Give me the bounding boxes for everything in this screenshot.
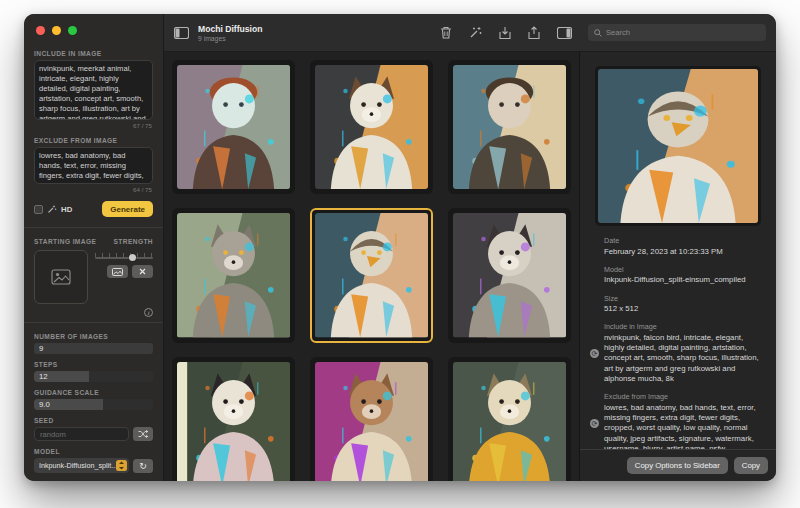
strength-slider-thumb[interactable]	[129, 254, 136, 261]
guidance-scale-value: 9.0	[39, 400, 50, 409]
sidebar-divider	[24, 322, 163, 323]
number-of-images-label: NUMBER OF IMAGES	[34, 333, 153, 340]
include-info-value: nvinkpunk, falcon bird, intricate, elega…	[604, 333, 764, 384]
starting-image-dropzone[interactable]	[34, 250, 88, 304]
reload-models-button[interactable]: ↻	[133, 459, 153, 473]
date-label: Date	[604, 236, 764, 245]
seed-label: SEED	[34, 417, 153, 424]
artwork	[177, 213, 290, 337]
wand-icon	[47, 204, 57, 214]
strength-slider[interactable]	[95, 252, 153, 260]
include-in-image-label: INCLUDE IN IMAGE	[34, 50, 153, 57]
inspector-toggle-icon[interactable]	[557, 27, 572, 39]
gallery-image-dog-portrait[interactable]	[310, 60, 433, 194]
gallery-image-woman-portrait[interactable]	[172, 60, 295, 194]
close-icon	[139, 268, 146, 275]
strength-label: STRENGTH	[114, 238, 153, 245]
inspector-footer: Copy Options to Sidebar Copy	[580, 449, 776, 481]
model-dropdown-value: Inkpunk-Diffusion_split...	[39, 461, 116, 470]
preview-image[interactable]	[595, 66, 761, 226]
model-info-label: Model	[604, 265, 764, 274]
number-of-images-value: 9	[39, 344, 43, 353]
include-token-counter: 67 / 75	[35, 122, 152, 129]
model-label: MODEL	[34, 448, 153, 455]
minimize-window-button[interactable]	[52, 26, 61, 35]
copy-include-icon[interactable]: ⟳	[590, 349, 599, 358]
save-icon[interactable]	[499, 26, 511, 40]
main-area: Mochi Diffusion 9 images	[164, 14, 776, 481]
search-icon	[594, 29, 602, 37]
gallery-image-man-portrait[interactable]	[448, 60, 571, 194]
window-controls	[36, 26, 153, 35]
steps-label: STEPS	[34, 361, 153, 368]
choose-image-button[interactable]	[107, 265, 128, 278]
starting-image-label: STARTING IMAGE	[34, 238, 96, 245]
wand-icon[interactable]	[469, 26, 482, 39]
gallery-image-ferret-portrait[interactable]	[310, 357, 433, 481]
image-count: 9 images	[198, 35, 262, 42]
model-dropdown[interactable]: Inkpunk-Diffusion_split...	[34, 458, 129, 473]
gallery-image-cat-portrait[interactable]	[172, 208, 295, 342]
size-value: 512 x 512	[604, 304, 764, 314]
trash-icon[interactable]	[440, 26, 452, 39]
artwork	[177, 362, 290, 481]
photo-icon	[112, 268, 123, 276]
app-title: Mochi Diffusion	[198, 24, 262, 34]
include-info-label: Include in Image	[604, 322, 764, 331]
guidance-scale-label: GUIDANCE SCALE	[34, 389, 153, 396]
steps-input[interactable]: 12	[34, 371, 153, 382]
sidebar: INCLUDE IN IMAGE nvinkpunk, meerkat anim…	[24, 14, 164, 481]
model-info-value: Inkpunk-Diffusion_split-einsum_compiled	[604, 275, 764, 285]
copy-exclude-icon[interactable]: ⟳	[590, 419, 599, 428]
artwork	[453, 213, 566, 337]
hd-checkbox[interactable]	[34, 205, 43, 214]
seed-input[interactable]	[34, 427, 129, 441]
photo-icon	[51, 269, 71, 285]
share-icon[interactable]	[528, 26, 540, 40]
exclude-from-image-label: EXCLUDE FROM IMAGE	[34, 137, 153, 144]
search-input[interactable]	[606, 28, 760, 37]
gallery-image-meerkat-portrait[interactable]	[448, 357, 571, 481]
steps-value: 12	[39, 372, 48, 381]
gallery-image-raccoon-portrait[interactable]	[448, 208, 571, 342]
hd-label: HD	[61, 205, 72, 214]
gallery-image-falcon-portrait[interactable]	[310, 208, 433, 342]
sidebar-toggle-icon[interactable]	[174, 27, 189, 39]
exclude-info-value: lowres, bad anatomy, bad hands, text, er…	[604, 403, 764, 449]
gallery-grid	[164, 52, 580, 481]
exclude-token-counter: 64 / 75	[35, 186, 152, 193]
app-window: INCLUDE IN IMAGE nvinkpunk, meerkat anim…	[24, 14, 776, 481]
date-value: February 28, 2023 at 10:23:33 PM	[604, 247, 764, 257]
exclude-prompt-textarea[interactable]: lowres, bad anatomy, bad hands, text, er…	[34, 147, 153, 185]
include-prompt-textarea[interactable]: nvinkpunk, meerkat animal, intricate, el…	[34, 60, 153, 120]
artwork	[598, 69, 758, 223]
close-window-button[interactable]	[36, 26, 45, 35]
zoom-window-button[interactable]	[68, 26, 77, 35]
artwork	[453, 362, 566, 481]
artwork	[453, 65, 566, 189]
artwork	[177, 65, 290, 189]
artwork	[315, 362, 428, 481]
number-of-images-input[interactable]: 9	[34, 343, 153, 354]
info-icon[interactable]: i	[144, 308, 153, 317]
shuffle-seed-button[interactable]	[133, 427, 153, 441]
artwork	[315, 213, 428, 337]
inspector-panel: Date February 28, 2023 at 10:23:33 PM Mo…	[580, 52, 776, 481]
generate-button[interactable]: Generate	[102, 201, 153, 217]
artwork	[315, 65, 428, 189]
gallery-image-panda-portrait[interactable]	[172, 357, 295, 481]
exclude-info-label: Exclude from Image	[604, 392, 764, 401]
shuffle-icon	[138, 430, 148, 438]
inspector-info: Date February 28, 2023 at 10:23:33 PM Mo…	[580, 236, 776, 449]
copy-button[interactable]: Copy	[734, 457, 768, 474]
refresh-icon: ↻	[139, 461, 147, 471]
clear-image-button[interactable]	[132, 265, 153, 278]
search-field[interactable]	[588, 24, 766, 41]
sidebar-divider	[24, 227, 163, 228]
guidance-scale-input[interactable]: 9.0	[34, 399, 153, 410]
chevron-up-down-icon	[116, 460, 127, 471]
size-label: Size	[604, 294, 764, 303]
toolbar: Mochi Diffusion 9 images	[164, 14, 776, 52]
copy-options-to-sidebar-button[interactable]: Copy Options to Sidebar	[627, 457, 728, 474]
